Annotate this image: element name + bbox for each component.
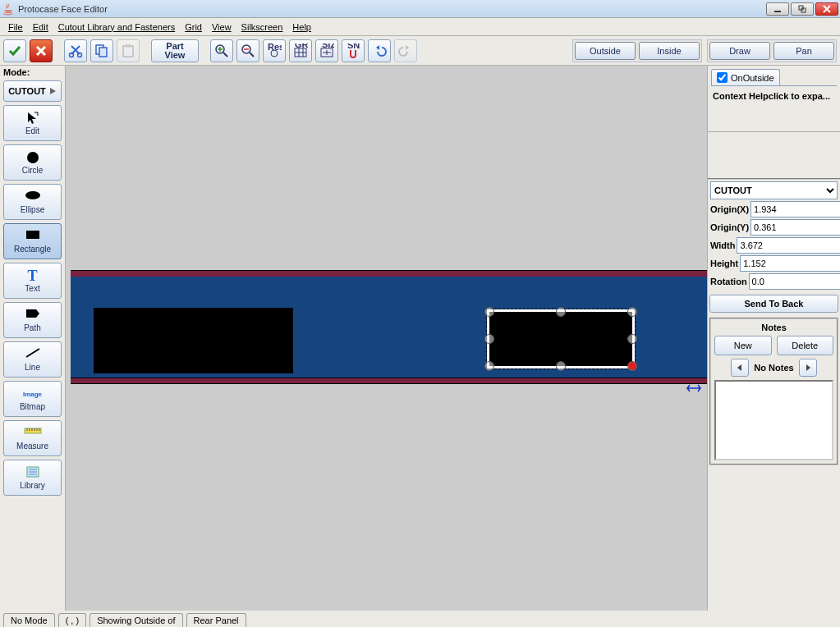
note-next-button[interactable] [799,359,817,377]
svg-rect-6 [99,48,107,57]
java-icon [2,2,15,16]
originy-input[interactable] [750,219,840,236]
draw-button[interactable]: Draw [709,42,770,60]
rotation-handle[interactable] [628,362,636,370]
tool-ellipse[interactable]: Ellipse [3,184,62,220]
copy-button[interactable] [90,39,113,62]
svg-rect-22 [26,231,39,239]
on-outside-checkbox[interactable] [717,72,728,83]
height-input[interactable] [740,255,840,272]
tool-text[interactable]: T Text [3,263,62,299]
zoom-out-button[interactable] [236,39,259,62]
image-icon: Image [24,387,42,401]
mode-cutout-button[interactable]: CUTOUT [3,80,62,102]
circle-icon [24,150,42,165]
svg-point-4 [78,53,82,57]
close-button[interactable] [815,2,838,16]
tool-rectangle[interactable]: Rectangle [3,223,62,259]
cutout-selected[interactable] [487,309,635,368]
status-bar: No Mode ( , ) Showing Outside of Rear Pa… [0,611,840,627]
zoom-reset-button[interactable]: Reset [263,39,286,62]
menu-file[interactable]: File [3,21,28,34]
cutout-existing[interactable] [94,308,293,373]
menu-bar: File Edit Cutout Library and Fasteners G… [0,18,840,36]
tool-circle[interactable]: Circle [3,144,62,181]
menu-cutout-library[interactable]: Cutout Library and Fasteners [53,21,180,34]
tool-measure[interactable]: Measure [3,420,62,456]
part-view-button[interactable]: PartView [151,39,199,62]
menu-view[interactable]: View [207,21,236,34]
svg-rect-8 [126,44,131,48]
shape-type-select[interactable]: CUTOUT [710,181,838,199]
paste-button [117,39,140,62]
status-coords[interactable]: ( , ) [58,613,87,627]
minimize-button[interactable] [766,2,789,16]
notes-textarea[interactable] [714,380,833,460]
svg-point-21 [25,191,40,199]
grid-button[interactable]: GRID [289,39,312,62]
text-icon: T [24,268,42,283]
menu-edit[interactable]: Edit [28,21,53,34]
note-new-button[interactable]: New [714,336,772,355]
line-icon [24,347,42,362]
undo-button[interactable] [368,39,391,62]
svg-line-12 [250,53,254,57]
tool-bitmap[interactable]: Image Bitmap [3,381,62,417]
rotation-label: Rotation [710,277,747,286]
zoom-in-button[interactable] [210,39,233,62]
outside-button[interactable]: Outside [575,42,636,60]
tool-edit[interactable]: Edit [3,105,62,141]
svg-line-23 [26,349,39,357]
originx-label: Origin(X) [710,204,749,214]
notes-status: No Notes [754,363,793,373]
ruler-icon [24,426,42,441]
originx-input[interactable] [750,201,840,217]
library-icon [24,465,42,480]
pan-button[interactable]: Pan [773,42,834,60]
toolbar: PartView Reset GRID SIZE SNAP Outside In… [0,36,840,66]
notes-panel: Notes New Delete No Notes [709,318,838,465]
height-label: Height [710,259,738,268]
window-title: Protocase Face Editor [18,4,766,14]
rotation-input[interactable] [749,273,840,290]
tool-path[interactable]: Path [3,302,62,338]
ellipse-icon [24,190,42,204]
notes-title: Notes [714,323,833,332]
maximize-button[interactable] [791,2,814,16]
menu-grid[interactable]: Grid [180,21,207,34]
snap-button[interactable]: SNAP [342,39,365,62]
side-toggle-group: Outside Inside [572,39,702,62]
note-delete-button[interactable]: Delete [777,336,834,355]
redo-button [394,39,417,62]
dimension-arrow-icon [686,382,701,396]
tool-line[interactable]: Line [3,341,62,378]
accept-button[interactable] [3,39,26,62]
status-side[interactable]: Showing Outside of [90,613,182,627]
cut-button[interactable] [64,39,87,62]
size-button[interactable]: SIZE [315,39,338,62]
send-to-back-button[interactable]: Send To Back [709,295,838,313]
menu-silkscreen[interactable]: Silkscreen [236,21,288,34]
svg-text:SNAP: SNAP [347,43,360,50]
context-help[interactable]: Context Helpclick to expa... [708,86,840,132]
pointer-icon [24,111,42,126]
canvas[interactable] [66,66,707,611]
rectangle-icon [24,229,42,244]
status-panel[interactable]: Rear Panel [186,613,246,627]
svg-point-20 [27,152,39,163]
menu-help[interactable]: Help [287,21,316,34]
mode-toggle-group: Draw Pan [707,39,837,62]
width-label: Width [710,240,735,250]
on-outside-tab[interactable]: OnOutside [711,69,780,85]
width-input[interactable] [737,237,840,254]
note-prev-button[interactable] [731,359,749,377]
svg-text:GRID: GRID [295,43,308,49]
svg-text:SIZE: SIZE [322,43,334,49]
inside-button[interactable]: Inside [639,42,700,60]
mode-label: Mode: [0,66,65,79]
path-icon [24,308,42,323]
cancel-button[interactable] [30,39,53,62]
play-icon [48,84,57,98]
tool-library[interactable]: Library [3,460,62,496]
status-mode[interactable]: No Mode [3,613,55,627]
